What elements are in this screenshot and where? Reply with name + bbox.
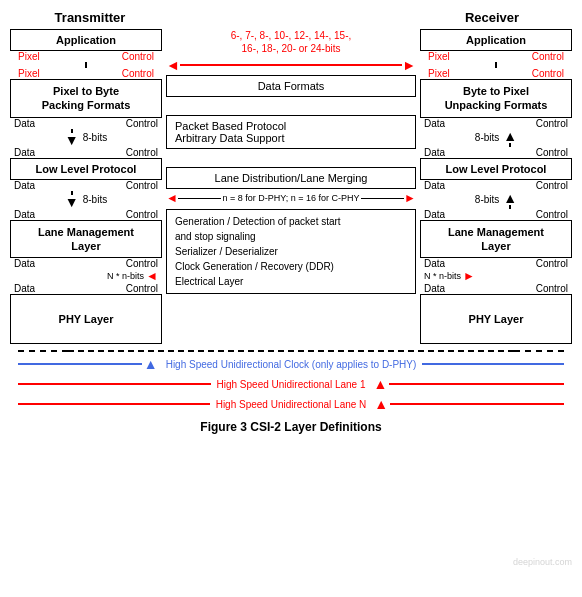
lane1-line-right: [389, 383, 564, 385]
right-data2-row: Data Control: [420, 209, 572, 220]
left-bits2: 8-bits: [83, 194, 107, 205]
clock-line-right: [422, 363, 564, 365]
right-lml-box: Lane ManagementLayer: [420, 220, 572, 259]
right-lml-data: Data: [424, 258, 445, 269]
laneN-line-right: [390, 403, 564, 405]
left-pxbyte-control: Control: [122, 68, 154, 79]
n-right-arrow: ►: [404, 191, 416, 205]
right-data2: Data: [424, 209, 445, 220]
left-nbits: N * n-bits: [107, 271, 144, 281]
left-pxbyte-pixel: Pixel: [18, 68, 40, 79]
left-ctrl2: Control: [126, 209, 158, 220]
mid-protocol-label: Packet Based ProtocolArbitrary Data Supp…: [175, 120, 286, 144]
right-red-arrow: ►: [402, 57, 416, 73]
n-left-arrow: ◄: [166, 191, 178, 205]
dashed-main: [68, 350, 514, 352]
right-lml-ctrl: Control: [536, 258, 568, 269]
right-app-pixel-control: Pixel Control: [420, 51, 572, 62]
dashed-line-row: [18, 350, 564, 352]
mid-bits-text: 6-, 7-, 8-, 10-, 12-, 14-, 15-,16-, 18-,…: [231, 30, 352, 54]
right-bits2-row: 8-bits ▲: [420, 191, 572, 209]
left-lml-data: Data: [14, 258, 35, 269]
lane1-row: High Speed Unidirectional Lane 1 ▲: [18, 376, 564, 392]
right-llp-label: Low Level Protocol: [446, 163, 547, 175]
left-phy-box: PHY Layer: [10, 294, 162, 344]
mid-formats-box: Data Formats: [166, 75, 416, 97]
laneN-row: High Speed Unidirectional Lane N ▲: [18, 396, 564, 412]
right-phy-box: PHY Layer: [420, 294, 572, 344]
left-phy-dc: Data Control: [10, 283, 162, 294]
left-data2-row: Data Control: [10, 209, 162, 220]
mid-arrow-row: ◄ ►: [166, 57, 416, 73]
clock-arrow-up: ▲: [144, 356, 158, 372]
left-arrow-left: ◄: [146, 269, 158, 283]
mid-n-row: ◄ n = 8 for D-PHY; n = 16 for C-PHY ►: [166, 191, 416, 205]
n-line-left: [178, 198, 221, 199]
left-phy-data: Data: [14, 283, 35, 294]
mid-phy-text: Generation / Detection of packet startan…: [166, 209, 416, 294]
caption-text: Figure 3 CSI-2 Layer Definitions: [200, 420, 381, 434]
right-nbits: N * n-bits: [424, 271, 461, 281]
left-red-arrow: ◄: [166, 57, 180, 73]
left-data2: Data: [14, 209, 35, 220]
dashed-left: [18, 350, 68, 352]
mid-n-eq: n = 8 for D-PHY; n = 16 for C-PHY: [223, 193, 360, 203]
right-phy-ctrl: Control: [536, 283, 568, 294]
left-pxbyte-label: Pixel to BytePacking Formats: [42, 85, 131, 111]
left-lml-ctrl: Control: [126, 258, 158, 269]
top-labels: Transmitter Receiver: [10, 10, 572, 25]
lane1-line: [18, 383, 211, 385]
right-bytepx-dc: Data Control: [420, 118, 572, 129]
right-llp-box: Low Level Protocol: [420, 158, 572, 180]
lane1-label: High Speed Unidirectional Lane 1: [217, 379, 366, 390]
mid-lane-label: Lane Distribution/Lane Merging: [215, 172, 368, 184]
right-bytepx-label: Byte to PixelUnpacking Formats: [445, 85, 548, 111]
right-column: Application Pixel Control Pixel Control …: [420, 29, 572, 344]
right-bits1: 8-bits: [475, 132, 499, 143]
right-app-control: Control: [532, 51, 564, 62]
mid-lane-box: Lane Distribution/Lane Merging: [166, 167, 416, 189]
left-lml-label: Lane ManagementLayer: [38, 226, 134, 252]
left-pxbyte-pixel-control-top: Pixel Control: [10, 68, 162, 79]
dashed-right: [514, 350, 564, 352]
right-phy-data: Data: [424, 283, 445, 294]
right-bytepx-box: Byte to PixelUnpacking Formats: [420, 79, 572, 118]
left-column: Application Pixel Control Pixel Control …: [10, 29, 162, 344]
right-ctrl2: Control: [536, 209, 568, 220]
left-llp-data: Data: [14, 180, 35, 191]
left-llp-dc: Data Control: [10, 180, 162, 191]
left-bits1-row: ▼ 8-bits: [10, 129, 162, 147]
left-pxbyte-box: Pixel to BytePacking Formats: [10, 79, 162, 118]
right-bits1-row: 8-bits ▲: [420, 129, 572, 147]
left-app-pixel-control: Pixel Control: [10, 51, 162, 62]
left-app-pixel: Pixel: [18, 51, 40, 62]
left-data1-row: Data Control: [10, 147, 162, 158]
right-phy-label: PHY Layer: [469, 313, 524, 325]
left-ctrl1: Control: [126, 147, 158, 158]
left-phy-label: PHY Layer: [59, 313, 114, 325]
left-data1: Data: [14, 147, 35, 158]
right-bytepx-pixel-control: Pixel Control: [420, 68, 572, 79]
right-arrow-right: ►: [463, 269, 475, 283]
left-pxbyte-dc: Data Control: [10, 118, 162, 129]
left-lml-box: Lane ManagementLayer: [10, 220, 162, 259]
left-app-box: Application: [10, 29, 162, 51]
left-llp-ctrl: Control: [126, 180, 158, 191]
left-pxbyte-ctrl: Control: [126, 118, 158, 129]
right-app-box: Application: [420, 29, 572, 51]
laneN-arrow-up: ▲: [374, 396, 388, 412]
right-nbits-row: N * n-bits ►: [420, 269, 572, 283]
right-llp-dc: Data Control: [420, 180, 572, 191]
mid-bits-label: 6-, 7-, 8-, 10-, 12-, 14-, 15-,16-, 18-,…: [231, 29, 352, 55]
left-phy-ctrl: Control: [126, 283, 158, 294]
right-phy-dc: Data Control: [420, 283, 572, 294]
diagram-container: Transmitter Receiver Application Pixel C…: [0, 0, 582, 597]
right-app-pixel: Pixel: [428, 51, 450, 62]
right-llp-ctrl: Control: [536, 180, 568, 191]
right-bytepx-ctrl: Control: [536, 118, 568, 129]
right-llp-data: Data: [424, 180, 445, 191]
right-bits2: 8-bits: [475, 194, 499, 205]
middle-column: 6-, 7-, 8-, 10-, 12-, 14-, 15-,16-, 18-,…: [166, 29, 416, 294]
n-line-right: [361, 198, 404, 199]
right-bytepx-pixel: Pixel: [428, 68, 450, 79]
